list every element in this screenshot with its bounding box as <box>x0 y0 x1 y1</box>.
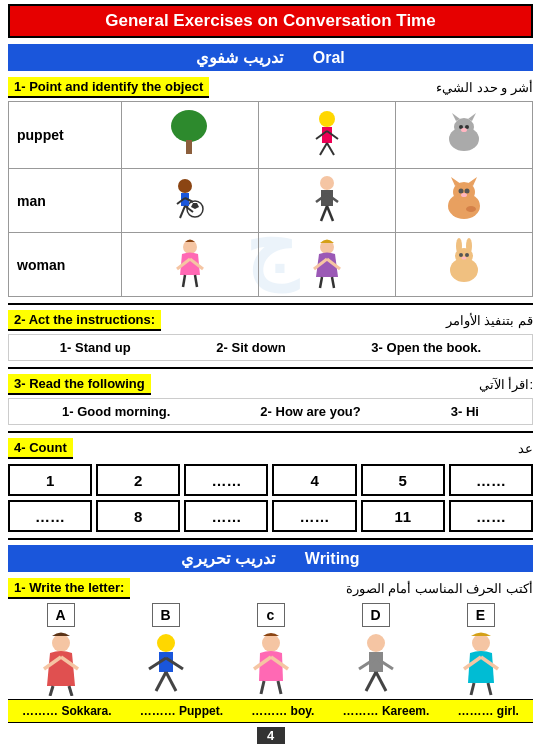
svg-point-9 <box>454 118 474 136</box>
img-soccer <box>121 169 258 233</box>
writing-english: Writing <box>305 550 360 568</box>
pictures-row <box>8 631 533 696</box>
count-box-5: 5 <box>361 464 445 496</box>
letter-A: A <box>47 603 75 627</box>
svg-line-60 <box>156 672 166 691</box>
svg-point-32 <box>458 189 463 194</box>
svg-point-48 <box>456 238 462 254</box>
svg-line-79 <box>488 683 491 695</box>
svg-point-64 <box>262 634 280 652</box>
section2-arabic: قم بتنفيذ الأوامر <box>446 313 533 328</box>
img-puppet <box>131 631 201 696</box>
count-box-3: …… <box>184 464 268 496</box>
phrase-2: 2- How are you? <box>260 404 360 419</box>
count-box-10: …… <box>272 500 356 532</box>
divider2 <box>8 367 533 369</box>
writing-arabic: تدريب تحريري <box>181 549 274 568</box>
divider3 <box>8 431 533 433</box>
table-row: man <box>9 169 533 233</box>
oral-header: تدريب شفوي Oral <box>8 44 533 71</box>
section5-header: 1- Write the letter: أكتب الحرف المناسب … <box>8 578 533 599</box>
svg-line-40 <box>195 275 197 287</box>
section5-arabic: أكتب الحرف المناسب أمام الصورة <box>346 581 533 596</box>
svg-point-69 <box>367 634 385 652</box>
oral-arabic: تدريب شفوي <box>196 48 282 67</box>
oral-english: Oral <box>313 49 345 67</box>
table-row: woman <box>9 233 533 297</box>
page-number: 4 <box>257 727 285 744</box>
svg-point-58 <box>157 634 175 652</box>
svg-line-67 <box>261 681 264 694</box>
writing-header: تدريب تحريري Writing <box>8 545 533 572</box>
object-table: puppet <box>8 101 533 297</box>
svg-line-68 <box>278 681 281 694</box>
table-row: puppet <box>9 102 533 169</box>
count-box-7: …… <box>8 500 92 532</box>
svg-line-45 <box>332 277 334 288</box>
svg-point-14 <box>461 128 467 132</box>
count-box-4: 4 <box>272 464 356 496</box>
name-sokkara: ……… Sokkara. <box>22 704 111 718</box>
name-girl: ……… girl. <box>458 704 519 718</box>
phrase-3: 3- Hi <box>451 404 479 419</box>
count-box-6: …… <box>449 464 533 496</box>
img-woman2 <box>258 233 395 297</box>
word-woman: woman <box>9 233 122 297</box>
img-rabbit <box>395 233 532 297</box>
word-man: man <box>9 169 122 233</box>
svg-point-16 <box>178 179 192 193</box>
img-cat1 <box>395 102 532 169</box>
name-kareem: ……… Kareem. <box>343 704 430 718</box>
svg-point-36 <box>183 240 197 254</box>
letter-E: E <box>467 603 495 627</box>
names-row: ……… Sokkara. ……… Puppet. ……… boy. ……… Ka… <box>8 699 533 723</box>
svg-line-4 <box>320 143 327 155</box>
section5-label: 1- Write the letter: <box>8 578 130 599</box>
letter-B: B <box>152 603 180 627</box>
svg-line-72 <box>376 672 386 691</box>
svg-point-33 <box>464 189 469 194</box>
name-boy: ……… boy. <box>251 704 314 718</box>
section4-arabic: عد <box>518 441 533 456</box>
img-tomcat <box>395 169 532 233</box>
instruction-3: 3- Open the book. <box>371 340 481 355</box>
count-box-2: 2 <box>96 464 180 496</box>
svg-point-34 <box>461 193 467 197</box>
count-box-9: …… <box>184 500 268 532</box>
svg-point-51 <box>465 253 469 257</box>
img-woman1 <box>121 233 258 297</box>
svg-point-2 <box>319 111 335 127</box>
svg-rect-3 <box>322 127 332 143</box>
count-grid: 1 2 …… 4 5 …… …… 8 …… …… 11 …… <box>8 464 533 532</box>
section2-label: 2- Act the instructions: <box>8 310 161 331</box>
section1-arabic: أشر و حدد الشيء <box>436 80 533 95</box>
svg-line-39 <box>183 275 185 287</box>
section2-header: 2- Act the instructions: قم بتنفيذ الأوا… <box>8 310 533 331</box>
svg-point-49 <box>466 238 472 254</box>
word-puppet: puppet <box>9 102 122 169</box>
count-box-11: 11 <box>361 500 445 532</box>
svg-line-44 <box>320 277 322 288</box>
img-puppet1 <box>258 102 395 169</box>
divider4 <box>8 538 533 540</box>
svg-line-24 <box>321 206 327 221</box>
name-puppet: ……… Puppet. <box>140 704 223 718</box>
svg-point-22 <box>320 176 334 190</box>
main-title: General Exercises on Conversation Time <box>8 4 533 38</box>
svg-line-57 <box>69 686 72 696</box>
count-box-8: 8 <box>96 500 180 532</box>
svg-point-53 <box>52 634 70 652</box>
img-sokkara <box>26 631 96 696</box>
section3-label: 3- Read the following <box>8 374 151 395</box>
read-row: 1- Good morning. 2- How are you? 3- Hi <box>8 398 533 425</box>
img-tree <box>121 102 258 169</box>
section3-arabic: اقرأ الآتي: <box>479 377 533 392</box>
svg-line-5 <box>327 143 334 155</box>
phrase-1: 1- Good morning. <box>62 404 170 419</box>
instruction-2: 2- Sit down <box>216 340 285 355</box>
section5: 1- Write the letter: أكتب الحرف المناسب … <box>8 578 533 723</box>
img-girl <box>446 631 516 696</box>
svg-point-50 <box>459 253 463 257</box>
instruction-1: 1- Stand up <box>60 340 131 355</box>
instructions-row: 1- Stand up 2- Sit down 3- Open the book… <box>8 334 533 361</box>
